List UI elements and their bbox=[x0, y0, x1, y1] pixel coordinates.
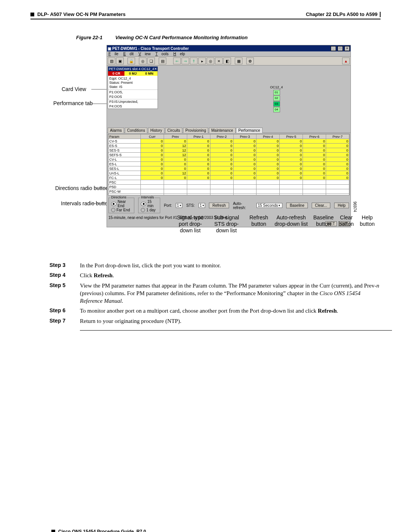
tab-provisioning[interactable]: Provisioning bbox=[183, 128, 208, 133]
radio-1day[interactable]: 1 day bbox=[141, 208, 157, 212]
port-label: Port: bbox=[164, 203, 172, 208]
clear-button[interactable]: Clear... bbox=[312, 203, 331, 208]
step4-label: Step 4 bbox=[49, 272, 80, 279]
nav-pane: PET-DWDM#1 slot 4 OC12_4✕ 0 CR 0 MJ 0 MN… bbox=[108, 66, 158, 109]
sts-label: STS: bbox=[186, 203, 194, 208]
perf-table: ParamCurrPrevPrev-1Prev-2Prev-3Prev-4Pre… bbox=[108, 134, 349, 195]
table-row: SES-S0120000000 bbox=[108, 148, 349, 153]
nav-title: PET-DWDM#1 slot 4 OC12_4 bbox=[109, 67, 154, 71]
auto-refresh-dropdown[interactable]: 15 Seconds bbox=[256, 203, 282, 208]
callout-sub-signal: Sub-signal STS drop-down list bbox=[209, 214, 244, 233]
tool-back[interactable]: ⇐ bbox=[173, 58, 181, 64]
table-row: PSC bbox=[108, 180, 349, 185]
help-button[interactable]: Help bbox=[334, 203, 349, 208]
tab-history[interactable]: History bbox=[148, 128, 164, 133]
step5-label: Step 5 bbox=[49, 282, 80, 305]
auto-refresh-label: Auto-refresh: bbox=[233, 201, 253, 210]
menu-file[interactable]: File bbox=[108, 52, 118, 56]
maximize-button[interactable]: □ bbox=[338, 46, 343, 51]
tool-btn[interactable]: ▦ bbox=[235, 58, 242, 64]
table-row: PSC-W bbox=[108, 189, 349, 194]
menu-edit[interactable]: Edit bbox=[123, 52, 134, 56]
step4-text: Click Refresh. bbox=[80, 272, 381, 279]
alarm-mn: 0 MN bbox=[141, 71, 158, 76]
tool-btn[interactable]: ▸ bbox=[198, 58, 206, 64]
page-footer: Cisco ONS 15454 Procedure Guide, R7.0 22… bbox=[30, 529, 381, 532]
figure-label: Figure 22-1 bbox=[76, 35, 102, 40]
window-title: PET-DWDM#1 - Cisco Transport Controller bbox=[112, 46, 189, 51]
header-rule bbox=[30, 19, 381, 19]
sts-dropdown[interactable]: 1 bbox=[199, 203, 206, 208]
step6-text: To monitor another port on a multiport c… bbox=[80, 307, 381, 315]
figure-title: Viewing OC-N Card Performance Monitoring… bbox=[115, 35, 248, 40]
tab-maintenance[interactable]: Maintenance bbox=[209, 128, 235, 133]
close-button[interactable]: × bbox=[344, 46, 350, 51]
intervals-group: Intervals 15 min 1 day bbox=[138, 198, 160, 213]
tab-performance[interactable]: Performance bbox=[236, 128, 262, 133]
card-port[interactable]: 04 bbox=[273, 107, 280, 112]
tool-btn[interactable]: ◧ bbox=[223, 58, 231, 64]
tool-fwd[interactable]: ⇒ bbox=[182, 58, 189, 64]
perf-table-container: ParamCurrPrevPrev-1Prev-2Prev-3Prev-4Pre… bbox=[108, 134, 350, 195]
radio-15min[interactable]: 15 min bbox=[141, 200, 157, 208]
table-row: FC-L000000000 bbox=[108, 176, 349, 180]
table-row: SES-L000000000 bbox=[108, 166, 349, 171]
tab-conditions[interactable]: Conditions bbox=[125, 128, 147, 133]
alert-icon[interactable]: ▲ bbox=[342, 58, 350, 64]
table-row: UAS-L0120000000 bbox=[108, 171, 349, 176]
menubar: File Edit View Tools Help bbox=[107, 51, 350, 57]
table-row: ES-S0120000000 bbox=[108, 144, 349, 148]
radio-near-end[interactable]: Near End bbox=[111, 200, 132, 208]
callout-baseline: Baseline button bbox=[310, 214, 337, 227]
radio-far-end[interactable]: Far End bbox=[111, 208, 132, 212]
port-dropdown[interactable]: 1 bbox=[176, 203, 183, 208]
tool-up[interactable]: ⇑ bbox=[190, 58, 198, 64]
table-row: PSD bbox=[108, 185, 349, 189]
toolbar: ▧ ▣ 🔒 ◎ ❏ ▤ ⇐ ⇒ ⇑ ▸ ◎ ✕ ◧ ▦ ✿ bbox=[107, 57, 350, 66]
tool-btn[interactable]: ✕ bbox=[215, 58, 223, 64]
refresh-button[interactable]: Refresh bbox=[209, 203, 229, 208]
step7-label: Step 7 bbox=[49, 317, 80, 325]
tool-btn[interactable]: ◎ bbox=[207, 58, 214, 64]
tab-circuits[interactable]: Circuits bbox=[165, 128, 182, 133]
callout-signal-type: Signal-type port drop-down list bbox=[173, 214, 207, 233]
directions-group: Directions Near End Far End bbox=[108, 198, 134, 213]
card-port[interactable]: 01 bbox=[273, 90, 280, 95]
tab-row: Alarms Conditions History Circuits Provi… bbox=[107, 127, 350, 133]
port-p2: P2:OOS bbox=[108, 94, 158, 99]
callout-auto-refresh: Auto-refresh drop-down list bbox=[270, 214, 312, 227]
step3-label: Step 3 bbox=[49, 262, 80, 269]
menu-tools[interactable]: Tools bbox=[155, 52, 168, 56]
callout-help: Help button bbox=[356, 214, 379, 227]
header-bar bbox=[380, 12, 381, 17]
info-state: State: IS bbox=[109, 85, 156, 89]
app-icon: ▣ bbox=[108, 46, 111, 51]
tool-lock[interactable]: 🔒 bbox=[127, 58, 135, 64]
tool-btn[interactable]: ▤ bbox=[159, 58, 166, 64]
port-p4: P4:OOS bbox=[108, 104, 158, 109]
menu-help[interactable]: Help bbox=[173, 52, 185, 56]
tool-btn[interactable]: ❏ bbox=[147, 58, 155, 64]
header-right: Chapter 22 DLPs A500 to A599 bbox=[306, 11, 378, 17]
tool-btn[interactable]: ✿ bbox=[246, 58, 254, 64]
card-port[interactable]: 02 bbox=[273, 96, 280, 101]
callout-card-view: Card View bbox=[62, 86, 86, 93]
minimize-button[interactable]: _ bbox=[331, 46, 336, 51]
table-row: SEFS-S0120000000 bbox=[108, 153, 349, 157]
port-p1: P1:OOS, bbox=[108, 90, 158, 94]
tab-alarms[interactable]: Alarms bbox=[108, 128, 124, 133]
callout-performance-tab: Performance tab bbox=[53, 100, 93, 107]
card-port[interactable]: 03 bbox=[273, 101, 280, 107]
tool-btn[interactable]: ◎ bbox=[139, 58, 147, 64]
step6-label: Step 6 bbox=[49, 307, 80, 315]
callout-refresh: Refresh button bbox=[245, 214, 272, 227]
info-eqpt: Eqpt: OC12_4 bbox=[109, 77, 156, 81]
menu-view[interactable]: View bbox=[139, 52, 151, 56]
callout-clear: Clear button bbox=[335, 214, 358, 227]
step7-text: Return to your originating procedure (NT… bbox=[80, 317, 381, 325]
tool-btn[interactable]: ▣ bbox=[116, 58, 124, 64]
alarm-cr: 0 CR bbox=[108, 71, 124, 76]
table-row: CV-S000000000 bbox=[108, 139, 349, 144]
baseline-button[interactable]: Baseline bbox=[286, 203, 307, 208]
tool-btn[interactable]: ▧ bbox=[108, 58, 115, 64]
